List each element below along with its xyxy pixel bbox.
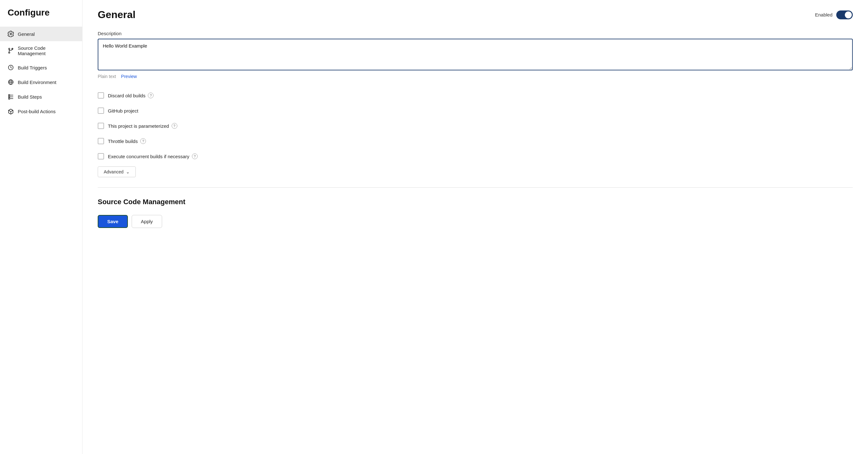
clock-icon	[8, 64, 14, 71]
help-icon-parameterized[interactable]: ?	[172, 123, 177, 129]
scm-section-title: Source Code Management	[98, 198, 853, 206]
sidebar-item-post-build-label: Post-build Actions	[18, 109, 56, 114]
checkbox-concurrent-builds[interactable]	[98, 153, 104, 159]
advanced-button-label: Advanced	[104, 169, 123, 174]
bottom-bar: Save Apply	[98, 215, 853, 233]
sidebar-item-source-code-management[interactable]: Source Code Management	[0, 41, 82, 60]
checkbox-github-project[interactable]	[98, 107, 104, 114]
sidebar-title: Configure	[0, 8, 82, 27]
sidebar-item-build-environment[interactable]: Build Environment	[0, 75, 82, 89]
sidebar-item-general[interactable]: General	[0, 27, 82, 41]
sidebar-item-general-label: General	[18, 31, 35, 37]
toggle-check-icon: ✓	[848, 13, 851, 17]
sidebar-nav: General Source Code Management	[0, 27, 82, 119]
page-title: General	[98, 9, 135, 21]
svg-rect-7	[8, 96, 10, 98]
checkbox-row-concurrent-builds: Execute concurrent builds if necessary ?	[98, 149, 853, 164]
help-icon-discard-old-builds[interactable]: ?	[148, 93, 154, 98]
sidebar-item-scm-label: Source Code Management	[18, 45, 74, 56]
text-format-row: Plain text Preview	[98, 74, 853, 79]
description-label: Description	[98, 31, 853, 36]
preview-option[interactable]: Preview	[121, 74, 137, 79]
checkbox-label-parameterized: This project is parameterized ?	[108, 123, 177, 129]
checkbox-label-discard-old-builds: Discard old builds ?	[108, 93, 154, 98]
box-icon	[8, 108, 14, 115]
checkbox-parameterized[interactable]	[98, 123, 104, 129]
globe-icon	[8, 79, 14, 85]
save-button[interactable]: Save	[98, 215, 128, 228]
sidebar: Configure General	[0, 0, 83, 454]
chevron-down-icon: ⌄	[126, 169, 130, 174]
checkbox-row-throttle-builds: Throttle builds ?	[98, 133, 853, 149]
apply-button[interactable]: Apply	[132, 215, 162, 228]
sidebar-item-build-triggers-label: Build Triggers	[18, 65, 47, 70]
checkbox-row-parameterized: This project is parameterized ?	[98, 118, 853, 133]
description-field-group: Description Hello World Example Plain te…	[98, 31, 853, 79]
checkbox-label-concurrent-builds: Execute concurrent builds if necessary ?	[108, 154, 198, 159]
checkbox-row-discard-old-builds: Discard old builds ?	[98, 88, 853, 103]
section-divider	[98, 187, 853, 188]
list-icon	[8, 94, 14, 100]
checkbox-row-github-project: GitHub project	[98, 103, 853, 118]
plain-text-option[interactable]: Plain text	[98, 74, 116, 79]
checkbox-throttle-builds[interactable]	[98, 138, 104, 144]
checkbox-group: Discard old builds ? GitHub project This…	[98, 88, 853, 164]
main-header: General Enabled ✓	[98, 9, 853, 21]
sidebar-item-build-triggers[interactable]: Build Triggers	[0, 60, 82, 75]
enabled-toggle-container: Enabled ✓	[815, 10, 853, 19]
gear-icon	[8, 31, 14, 37]
help-icon-throttle-builds[interactable]: ?	[140, 138, 146, 144]
checkbox-label-throttle-builds: Throttle builds ?	[108, 138, 146, 144]
description-textarea[interactable]: Hello World Example	[98, 39, 853, 70]
checkbox-label-github-project: GitHub project	[108, 108, 138, 114]
advanced-button[interactable]: Advanced ⌄	[98, 166, 136, 177]
svg-rect-6	[8, 95, 10, 96]
checkbox-discard-old-builds[interactable]	[98, 92, 104, 99]
main-content: General Enabled ✓ Description Hello Worl…	[83, 0, 868, 454]
help-icon-concurrent-builds[interactable]: ?	[192, 154, 198, 159]
enabled-toggle[interactable]: ✓	[836, 10, 853, 19]
branch-icon	[8, 47, 14, 54]
sidebar-item-post-build-actions[interactable]: Post-build Actions	[0, 104, 82, 119]
sidebar-item-build-env-label: Build Environment	[18, 79, 57, 85]
sidebar-item-build-steps-label: Build Steps	[18, 94, 42, 100]
svg-rect-8	[8, 98, 10, 99]
sidebar-item-build-steps[interactable]: Build Steps	[0, 89, 82, 104]
enabled-label: Enabled	[815, 12, 833, 18]
